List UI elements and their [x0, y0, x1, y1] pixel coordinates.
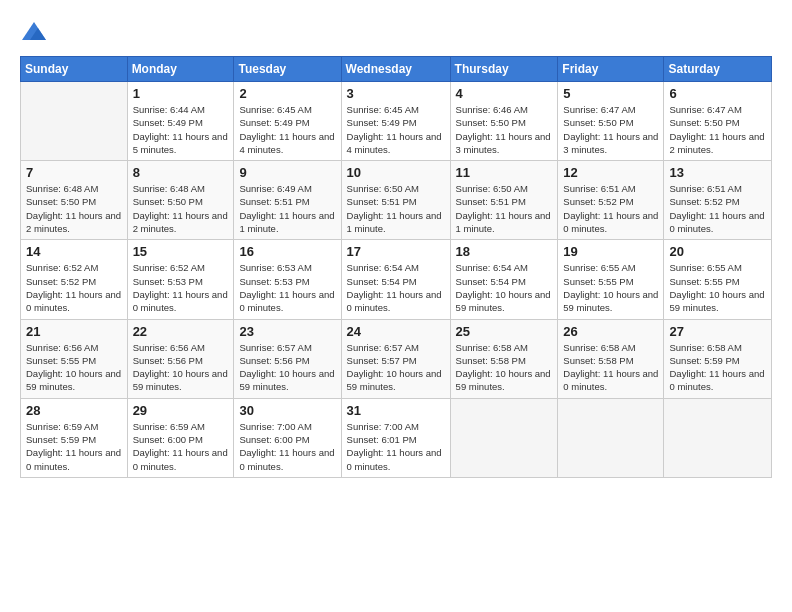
day-number: 26 — [563, 324, 658, 339]
day-info: Sunrise: 6:50 AMSunset: 5:51 PMDaylight:… — [456, 182, 553, 235]
week-row-4: 28Sunrise: 6:59 AMSunset: 5:59 PMDayligh… — [21, 398, 772, 477]
day-cell: 1Sunrise: 6:44 AMSunset: 5:49 PMDaylight… — [127, 82, 234, 161]
calendar-header: SundayMondayTuesdayWednesdayThursdayFrid… — [21, 57, 772, 82]
weekday-row: SundayMondayTuesdayWednesdayThursdayFrid… — [21, 57, 772, 82]
day-cell: 27Sunrise: 6:58 AMSunset: 5:59 PMDayligh… — [664, 319, 772, 398]
day-number: 2 — [239, 86, 335, 101]
day-cell — [450, 398, 558, 477]
day-info: Sunrise: 6:55 AMSunset: 5:55 PMDaylight:… — [669, 261, 766, 314]
day-cell: 2Sunrise: 6:45 AMSunset: 5:49 PMDaylight… — [234, 82, 341, 161]
logo-icon — [20, 18, 48, 46]
calendar-body: 1Sunrise: 6:44 AMSunset: 5:49 PMDaylight… — [21, 82, 772, 478]
week-row-1: 7Sunrise: 6:48 AMSunset: 5:50 PMDaylight… — [21, 161, 772, 240]
day-cell: 21Sunrise: 6:56 AMSunset: 5:55 PMDayligh… — [21, 319, 128, 398]
week-row-3: 21Sunrise: 6:56 AMSunset: 5:55 PMDayligh… — [21, 319, 772, 398]
day-cell: 6Sunrise: 6:47 AMSunset: 5:50 PMDaylight… — [664, 82, 772, 161]
day-cell: 18Sunrise: 6:54 AMSunset: 5:54 PMDayligh… — [450, 240, 558, 319]
day-number: 7 — [26, 165, 122, 180]
day-cell: 26Sunrise: 6:58 AMSunset: 5:58 PMDayligh… — [558, 319, 664, 398]
day-info: Sunrise: 6:56 AMSunset: 5:56 PMDaylight:… — [133, 341, 229, 394]
day-number: 13 — [669, 165, 766, 180]
day-info: Sunrise: 6:46 AMSunset: 5:50 PMDaylight:… — [456, 103, 553, 156]
day-info: Sunrise: 6:47 AMSunset: 5:50 PMDaylight:… — [563, 103, 658, 156]
day-cell: 25Sunrise: 6:58 AMSunset: 5:58 PMDayligh… — [450, 319, 558, 398]
day-cell: 5Sunrise: 6:47 AMSunset: 5:50 PMDaylight… — [558, 82, 664, 161]
day-cell: 17Sunrise: 6:54 AMSunset: 5:54 PMDayligh… — [341, 240, 450, 319]
week-row-2: 14Sunrise: 6:52 AMSunset: 5:52 PMDayligh… — [21, 240, 772, 319]
day-number: 18 — [456, 244, 553, 259]
day-cell: 8Sunrise: 6:48 AMSunset: 5:50 PMDaylight… — [127, 161, 234, 240]
day-cell: 16Sunrise: 6:53 AMSunset: 5:53 PMDayligh… — [234, 240, 341, 319]
day-number: 19 — [563, 244, 658, 259]
day-number: 6 — [669, 86, 766, 101]
day-number: 23 — [239, 324, 335, 339]
day-number: 17 — [347, 244, 445, 259]
day-cell: 20Sunrise: 6:55 AMSunset: 5:55 PMDayligh… — [664, 240, 772, 319]
day-cell: 14Sunrise: 6:52 AMSunset: 5:52 PMDayligh… — [21, 240, 128, 319]
day-info: Sunrise: 6:59 AMSunset: 6:00 PMDaylight:… — [133, 420, 229, 473]
day-cell — [558, 398, 664, 477]
day-cell: 24Sunrise: 6:57 AMSunset: 5:57 PMDayligh… — [341, 319, 450, 398]
day-number: 12 — [563, 165, 658, 180]
day-cell: 13Sunrise: 6:51 AMSunset: 5:52 PMDayligh… — [664, 161, 772, 240]
day-info: Sunrise: 6:54 AMSunset: 5:54 PMDaylight:… — [456, 261, 553, 314]
week-row-0: 1Sunrise: 6:44 AMSunset: 5:49 PMDaylight… — [21, 82, 772, 161]
day-info: Sunrise: 6:57 AMSunset: 5:57 PMDaylight:… — [347, 341, 445, 394]
page: SundayMondayTuesdayWednesdayThursdayFrid… — [0, 0, 792, 612]
day-cell: 28Sunrise: 6:59 AMSunset: 5:59 PMDayligh… — [21, 398, 128, 477]
day-cell: 29Sunrise: 6:59 AMSunset: 6:00 PMDayligh… — [127, 398, 234, 477]
day-number: 11 — [456, 165, 553, 180]
day-cell: 10Sunrise: 6:50 AMSunset: 5:51 PMDayligh… — [341, 161, 450, 240]
day-info: Sunrise: 6:47 AMSunset: 5:50 PMDaylight:… — [669, 103, 766, 156]
day-number: 28 — [26, 403, 122, 418]
day-number: 10 — [347, 165, 445, 180]
day-info: Sunrise: 6:45 AMSunset: 5:49 PMDaylight:… — [239, 103, 335, 156]
day-number: 31 — [347, 403, 445, 418]
day-cell: 7Sunrise: 6:48 AMSunset: 5:50 PMDaylight… — [21, 161, 128, 240]
weekday-header-wednesday: Wednesday — [341, 57, 450, 82]
day-cell: 9Sunrise: 6:49 AMSunset: 5:51 PMDaylight… — [234, 161, 341, 240]
day-cell: 30Sunrise: 7:00 AMSunset: 6:00 PMDayligh… — [234, 398, 341, 477]
day-info: Sunrise: 6:49 AMSunset: 5:51 PMDaylight:… — [239, 182, 335, 235]
weekday-header-thursday: Thursday — [450, 57, 558, 82]
day-info: Sunrise: 6:56 AMSunset: 5:55 PMDaylight:… — [26, 341, 122, 394]
day-cell: 3Sunrise: 6:45 AMSunset: 5:49 PMDaylight… — [341, 82, 450, 161]
day-number: 29 — [133, 403, 229, 418]
day-cell: 23Sunrise: 6:57 AMSunset: 5:56 PMDayligh… — [234, 319, 341, 398]
day-number: 4 — [456, 86, 553, 101]
day-cell: 31Sunrise: 7:00 AMSunset: 6:01 PMDayligh… — [341, 398, 450, 477]
day-info: Sunrise: 6:55 AMSunset: 5:55 PMDaylight:… — [563, 261, 658, 314]
day-number: 16 — [239, 244, 335, 259]
day-info: Sunrise: 6:48 AMSunset: 5:50 PMDaylight:… — [26, 182, 122, 235]
day-cell: 11Sunrise: 6:50 AMSunset: 5:51 PMDayligh… — [450, 161, 558, 240]
day-cell: 19Sunrise: 6:55 AMSunset: 5:55 PMDayligh… — [558, 240, 664, 319]
day-number: 3 — [347, 86, 445, 101]
day-info: Sunrise: 6:52 AMSunset: 5:52 PMDaylight:… — [26, 261, 122, 314]
day-number: 1 — [133, 86, 229, 101]
calendar-table: SundayMondayTuesdayWednesdayThursdayFrid… — [20, 56, 772, 478]
day-number: 14 — [26, 244, 122, 259]
day-info: Sunrise: 6:48 AMSunset: 5:50 PMDaylight:… — [133, 182, 229, 235]
day-number: 9 — [239, 165, 335, 180]
day-cell: 12Sunrise: 6:51 AMSunset: 5:52 PMDayligh… — [558, 161, 664, 240]
weekday-header-saturday: Saturday — [664, 57, 772, 82]
day-cell — [664, 398, 772, 477]
day-info: Sunrise: 6:58 AMSunset: 5:58 PMDaylight:… — [563, 341, 658, 394]
day-number: 20 — [669, 244, 766, 259]
day-number: 8 — [133, 165, 229, 180]
day-number: 24 — [347, 324, 445, 339]
day-number: 15 — [133, 244, 229, 259]
day-info: Sunrise: 7:00 AMSunset: 6:01 PMDaylight:… — [347, 420, 445, 473]
day-number: 5 — [563, 86, 658, 101]
day-info: Sunrise: 6:50 AMSunset: 5:51 PMDaylight:… — [347, 182, 445, 235]
day-info: Sunrise: 6:58 AMSunset: 5:58 PMDaylight:… — [456, 341, 553, 394]
day-cell: 4Sunrise: 6:46 AMSunset: 5:50 PMDaylight… — [450, 82, 558, 161]
day-number: 22 — [133, 324, 229, 339]
day-info: Sunrise: 6:57 AMSunset: 5:56 PMDaylight:… — [239, 341, 335, 394]
day-info: Sunrise: 6:51 AMSunset: 5:52 PMDaylight:… — [669, 182, 766, 235]
header — [20, 18, 772, 46]
day-info: Sunrise: 6:52 AMSunset: 5:53 PMDaylight:… — [133, 261, 229, 314]
day-info: Sunrise: 7:00 AMSunset: 6:00 PMDaylight:… — [239, 420, 335, 473]
day-number: 21 — [26, 324, 122, 339]
day-cell: 22Sunrise: 6:56 AMSunset: 5:56 PMDayligh… — [127, 319, 234, 398]
